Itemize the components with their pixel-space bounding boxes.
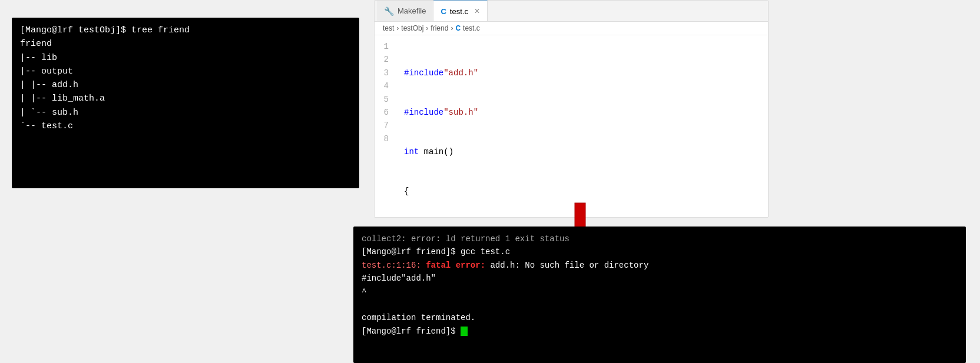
- term-bottom-line8: [Mango@lrf friend]$: [362, 325, 958, 338]
- term-line-5: | |-- add.h: [20, 78, 351, 92]
- tab-bar: 🔧 Makefile C test.c ✕: [375, 1, 768, 22]
- c-file-icon: C: [441, 7, 446, 16]
- code-line-4: {: [404, 185, 768, 198]
- ln-7: 7: [375, 119, 393, 132]
- vscode-editor: 🔧 Makefile C test.c ✕ test › testObj › f…: [374, 0, 769, 218]
- term-line-8: `-- test.c: [20, 119, 351, 133]
- term-bottom-line4: #include"add.h": [362, 272, 958, 285]
- term-line-2: friend: [20, 37, 351, 51]
- term-bottom-line7: compilation terminated.: [362, 311, 958, 324]
- code-area: 1 2 3 4 5 6 7 8 #include"add.h" #include…: [375, 35, 768, 217]
- line-numbers: 1 2 3 4 5 6 7 8: [375, 35, 398, 217]
- term-line-6: | |-- lib_math.a: [20, 92, 351, 105]
- code-line-3: int main(): [404, 145, 768, 158]
- terminal-top: [Mango@lrf testObj]$ tree friend friend …: [12, 18, 359, 188]
- term-bottom-line5: ^: [362, 285, 958, 298]
- error-message: add.h: No such file or directory: [490, 261, 648, 270]
- ln-8: 8: [375, 132, 393, 145]
- code-line-2: #include"sub.h": [404, 106, 768, 119]
- tab-makefile-label: Makefile: [398, 6, 426, 15]
- ln-1: 1: [375, 40, 393, 53]
- breadcrumb: test › testObj › friend › C test.c: [375, 22, 768, 35]
- code-content[interactable]: #include"add.h" #include"sub.h" int main…: [398, 35, 768, 217]
- cursor: [461, 327, 468, 336]
- term-bottom-line2: [Mango@lrf friend]$ gcc test.c: [362, 245, 958, 258]
- close-icon[interactable]: ✕: [474, 7, 480, 15]
- breadcrumb-testobj: testObj: [401, 24, 423, 32]
- breadcrumb-test: test: [383, 24, 394, 32]
- terminal-bottom: collect2: error: ld returned 1 exit stat…: [353, 227, 966, 363]
- breadcrumb-c-icon: C: [455, 24, 461, 32]
- error-location: test.c:1:16:: [362, 261, 426, 270]
- prompt: [Mango@lrf friend]$: [362, 327, 461, 336]
- terminal-top-content: [Mango@lrf testObj]$ tree friend friend …: [20, 24, 351, 133]
- term-bottom-line3: test.c:1:16: fatal error: add.h: No such…: [362, 259, 958, 272]
- term-bottom-line1: collect2: error: ld returned 1 exit stat…: [362, 232, 958, 245]
- breadcrumb-filename: test.c: [463, 24, 480, 32]
- term-line-4: |-- output: [20, 65, 351, 78]
- term-line-1: [Mango@lrf testObj]$ tree friend: [20, 24, 351, 37]
- tab-testc[interactable]: C test.c ✕: [433, 1, 487, 21]
- breadcrumb-friend: friend: [431, 24, 448, 32]
- term-bottom-line6: [362, 298, 958, 311]
- ln-4: 4: [375, 79, 393, 92]
- fatal-label: fatal error:: [426, 261, 490, 270]
- tab-makefile[interactable]: 🔧 Makefile: [377, 1, 433, 21]
- ln-2: 2: [375, 53, 393, 66]
- makefile-icon: 🔧: [384, 6, 394, 16]
- term-line-3: |-- lib: [20, 51, 351, 65]
- tab-testc-label: test.c: [450, 7, 468, 16]
- ln-6: 6: [375, 106, 393, 119]
- ln-5: 5: [375, 93, 393, 106]
- code-line-1: #include"add.h": [404, 66, 768, 79]
- svg-rect-0: [575, 203, 585, 228]
- term-line-7: | `-- sub.h: [20, 106, 351, 119]
- ln-3: 3: [375, 66, 393, 79]
